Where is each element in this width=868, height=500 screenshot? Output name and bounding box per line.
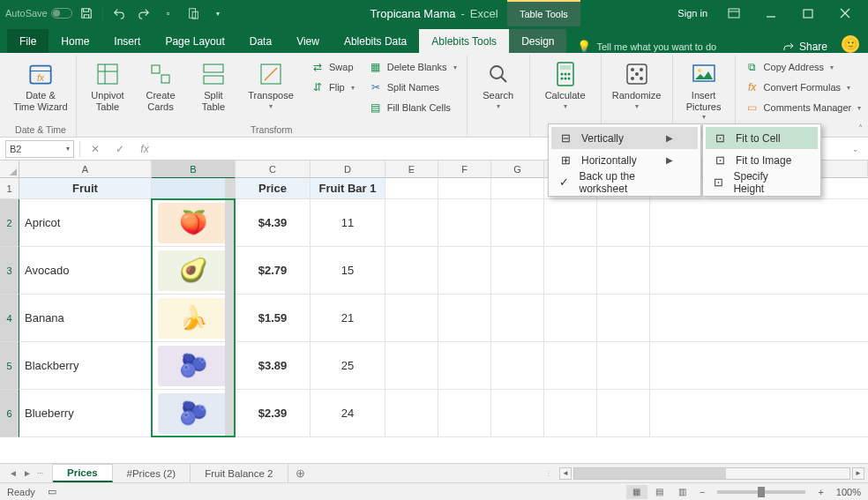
- cell[interactable]: [438, 342, 491, 389]
- column-header-F[interactable]: F: [438, 160, 491, 178]
- cell[interactable]: [544, 295, 597, 341]
- cell[interactable]: [491, 199, 544, 246]
- save-button[interactable]: [76, 3, 97, 24]
- cell[interactable]: [438, 295, 491, 341]
- cell-fruit[interactable]: Blackberry: [19, 342, 152, 389]
- create-cards-button[interactable]: Create Cards: [137, 58, 184, 112]
- qat-paste-icon[interactable]: [183, 3, 204, 24]
- cell-image[interactable]: 🍌: [152, 295, 236, 341]
- column-header-C[interactable]: C: [236, 160, 311, 178]
- cell[interactable]: [385, 390, 438, 437]
- tab-file[interactable]: File: [7, 29, 49, 53]
- split-table-button[interactable]: Split Table: [190, 58, 237, 112]
- cell-fruit[interactable]: Blueberry: [19, 390, 152, 437]
- cell[interactable]: [544, 390, 597, 437]
- spreadsheet-grid[interactable]: ABCDEFGHI 123456 FruitPriceFruit Bar 1Ap…: [0, 160, 868, 463]
- tab-insert[interactable]: Insert: [101, 29, 153, 53]
- cell-fruit[interactable]: Banana: [19, 295, 152, 341]
- scroll-thumb[interactable]: [574, 468, 726, 479]
- cell-price[interactable]: $2.79: [236, 247, 311, 294]
- tab-data[interactable]: Data: [237, 29, 284, 53]
- row-header-5[interactable]: 5: [0, 342, 19, 390]
- redo-button[interactable]: [133, 3, 154, 24]
- cell[interactable]: [385, 178, 438, 198]
- cell-bar[interactable]: 21: [311, 295, 385, 341]
- cell[interactable]: [152, 178, 236, 198]
- zoom-level[interactable]: 100%: [836, 487, 861, 497]
- scroll-track[interactable]: [573, 467, 850, 480]
- cell[interactable]: [438, 178, 491, 198]
- tab-page-layout[interactable]: Page Layout: [153, 29, 236, 53]
- expand-formula-bar-button[interactable]: ⌄: [852, 145, 868, 153]
- enter-formula-button[interactable]: ✓: [110, 143, 130, 155]
- cell-price[interactable]: $2.39: [236, 390, 311, 437]
- sheet-tab-fruit-balance-2[interactable]: Fruit Balance 2: [191, 464, 288, 482]
- cell[interactable]: [385, 295, 438, 341]
- cell-bar[interactable]: 11: [311, 199, 385, 246]
- select-all-corner[interactable]: [0, 160, 19, 178]
- cell-price[interactable]: $3.89: [236, 342, 311, 389]
- tab-ablebits-data[interactable]: Ablebits Data: [332, 29, 419, 53]
- submenu-item-specify-height[interactable]: ⊡Specify Height: [706, 171, 818, 193]
- row-header-3[interactable]: 3: [0, 247, 19, 295]
- cell[interactable]: [597, 295, 650, 341]
- scroll-right-button[interactable]: ►: [852, 467, 864, 480]
- name-box[interactable]: B2 ▾: [5, 140, 74, 158]
- tab-view[interactable]: View: [284, 29, 332, 53]
- cell[interactable]: [491, 247, 544, 294]
- fx-button[interactable]: fx: [135, 143, 154, 155]
- cell[interactable]: [491, 342, 544, 389]
- cell[interactable]: [491, 390, 544, 437]
- fill-blank-cells-button[interactable]: ▤Fill Blank Cells: [366, 99, 460, 116]
- macro-recorder-icon[interactable]: ▭: [48, 486, 56, 497]
- submenu-item-fit-to-image[interactable]: ⊡Fit to Image: [706, 149, 818, 171]
- column-header-D[interactable]: D: [311, 160, 385, 178]
- sheet-tab--prices-2-[interactable]: #Prices (2): [113, 464, 191, 482]
- date-time-wizard-button[interactable]: fx Date & Time Wizard: [12, 58, 69, 112]
- sign-in-link[interactable]: Sign in: [677, 8, 707, 19]
- insert-pictures-button[interactable]: Insert Pictures ▾: [680, 58, 728, 121]
- split-names-button[interactable]: ✂Split Names: [366, 78, 460, 96]
- cell[interactable]: [597, 390, 650, 437]
- view-normal-button[interactable]: ▦: [626, 485, 647, 499]
- submenu-item-fit-to-cell[interactable]: ⊡Fit to Cell: [706, 127, 818, 149]
- column-header-A[interactable]: A: [19, 160, 152, 178]
- transpose-button[interactable]: Transpose ▾: [243, 58, 299, 110]
- sheet-nav-more-icon[interactable]: ⋯: [37, 470, 43, 477]
- sheet-nav-next-icon[interactable]: ►: [23, 468, 32, 478]
- cell[interactable]: [385, 342, 438, 389]
- tell-me[interactable]: 💡 Tell me what you want to do: [566, 40, 727, 53]
- minimize-button[interactable]: [753, 0, 789, 26]
- row-header-4[interactable]: 4: [0, 295, 19, 342]
- zoom-thumb[interactable]: [758, 487, 765, 497]
- scroll-left-button[interactable]: ◄: [559, 467, 572, 480]
- menu-item-back-up-the-worksheet[interactable]: ✓Back up the worksheet: [551, 171, 698, 193]
- cell[interactable]: [597, 199, 650, 246]
- copy-address-button[interactable]: ⧉Copy Address▾: [743, 58, 864, 76]
- undo-button[interactable]: [108, 3, 130, 24]
- search-button[interactable]: Search ▾: [475, 58, 522, 110]
- split-handle-icon[interactable]: ⋮: [545, 469, 552, 477]
- cell[interactable]: [544, 199, 597, 246]
- cell[interactable]: [438, 199, 491, 246]
- new-sheet-button[interactable]: ⊕: [288, 464, 313, 482]
- cell[interactable]: Price: [236, 178, 311, 198]
- cell[interactable]: Fruit: [19, 178, 152, 198]
- column-header-E[interactable]: E: [385, 160, 438, 178]
- calculate-button[interactable]: Calculate ▾: [537, 58, 594, 110]
- cancel-formula-button[interactable]: ✕: [86, 143, 105, 155]
- delete-blanks-button[interactable]: ▦Delete Blanks▾: [366, 58, 460, 76]
- cell[interactable]: [544, 247, 597, 294]
- column-header-B[interactable]: B: [152, 160, 236, 178]
- cell[interactable]: [385, 247, 438, 294]
- cell-image[interactable]: 🥑: [152, 247, 236, 294]
- close-button[interactable]: [827, 0, 863, 26]
- cell[interactable]: [438, 390, 491, 437]
- cell[interactable]: [597, 247, 650, 294]
- tab-ablebits-tools[interactable]: Ablebits Tools: [419, 29, 509, 53]
- randomize-button[interactable]: Randomize ▾: [609, 58, 665, 110]
- cells-area[interactable]: FruitPriceFruit Bar 1Apricot🍑$4.3911Avoc…: [19, 178, 868, 463]
- zoom-in-button[interactable]: +: [812, 487, 828, 497]
- sheet-nav-prev-icon[interactable]: ◄: [9, 468, 18, 478]
- cell-fruit[interactable]: Avocado: [19, 247, 152, 294]
